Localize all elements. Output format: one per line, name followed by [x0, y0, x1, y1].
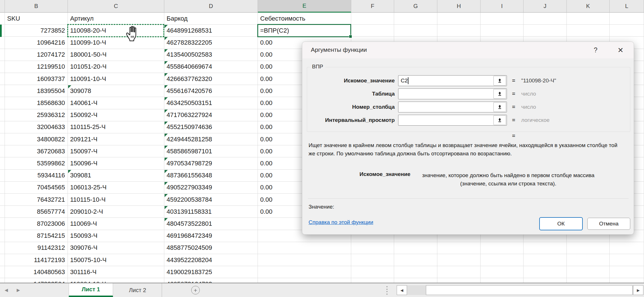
- cell[interactable]: [567, 25, 610, 37]
- cell[interactable]: 209121-Ч: [68, 133, 164, 145]
- table-input[interactable]: [398, 88, 507, 99]
- cell[interactable]: 150093-Ч: [68, 230, 164, 242]
- close-icon[interactable]: ✕: [614, 45, 627, 56]
- cell[interactable]: [524, 254, 567, 266]
- add-sheet-button[interactable]: +: [191, 286, 200, 294]
- cell[interactable]: 301116-Ч: [68, 266, 164, 278]
- cell[interactable]: 114172193: [5, 254, 68, 266]
- cell[interactable]: [610, 25, 644, 37]
- cell[interactable]: 150097-Ч: [68, 145, 164, 157]
- header-cell[interactable]: [0, 13, 5, 25]
- cell[interactable]: [610, 278, 644, 283]
- cell[interactable]: 110091-10-Ч: [68, 73, 164, 85]
- cell[interactable]: 59344116: [5, 170, 68, 182]
- cell[interactable]: 4031391158331: [164, 206, 258, 218]
- cell[interactable]: [394, 278, 437, 283]
- cell[interactable]: 150096-Ч: [68, 157, 164, 169]
- cell[interactable]: 101051-20-Ч: [68, 61, 164, 73]
- hscroll-right-arrow-icon[interactable]: ▶: [633, 285, 643, 295]
- cell[interactable]: [394, 266, 437, 278]
- cell[interactable]: 147832564: [5, 278, 68, 283]
- collapse-dialog-button[interactable]: [493, 115, 506, 125]
- cell[interactable]: 87023006: [5, 218, 68, 230]
- cell[interactable]: 110099-10-Ч: [68, 37, 164, 49]
- cell[interactable]: 25936312: [5, 109, 68, 121]
- sheet-tab-2[interactable]: Лист 2: [113, 283, 162, 297]
- cell[interactable]: [0, 230, 5, 242]
- cell[interactable]: [610, 254, 644, 266]
- cancel-button[interactable]: Отмена: [587, 218, 630, 230]
- cell[interactable]: 34800822: [5, 133, 68, 145]
- cell[interactable]: 4648991268531: [164, 25, 258, 37]
- cell[interactable]: 32004633: [5, 121, 68, 133]
- cell[interactable]: 140480563: [5, 266, 68, 278]
- column-header-C[interactable]: C: [68, 0, 164, 13]
- cell[interactable]: [524, 25, 567, 37]
- cell[interactable]: [0, 145, 5, 157]
- cell[interactable]: [394, 242, 437, 254]
- cell[interactable]: [437, 278, 481, 283]
- cell[interactable]: 309076-Ч: [68, 242, 164, 254]
- cell[interactable]: [0, 73, 5, 85]
- cell[interactable]: 209010-2-Ч: [68, 206, 164, 218]
- cell[interactable]: 4558640669674: [164, 61, 258, 73]
- cell[interactable]: [0, 85, 5, 97]
- collapse-dialog-button[interactable]: [493, 76, 506, 86]
- header-cell[interactable]: [610, 13, 644, 25]
- cell[interactable]: [394, 254, 437, 266]
- cell[interactable]: 4556167420576: [164, 85, 258, 97]
- column-header-D[interactable]: D: [164, 0, 258, 13]
- cell[interactable]: [0, 37, 5, 49]
- sheet-nav-left-icon[interactable]: ◀: [1, 283, 12, 297]
- header-cell[interactable]: Баркод: [164, 13, 258, 25]
- cell[interactable]: 4858775024509: [164, 242, 258, 254]
- cell[interactable]: 110004-10-Ч: [68, 278, 164, 283]
- cell[interactable]: [567, 278, 610, 283]
- column-header-L[interactable]: L: [610, 0, 644, 13]
- cell[interactable]: 110115-10-Ч: [68, 194, 164, 206]
- column-header-J[interactable]: J: [524, 0, 567, 13]
- column-header-K[interactable]: K: [567, 0, 610, 13]
- cell[interactable]: 16093737: [5, 73, 68, 85]
- cell[interactable]: 150075-10-Ч: [68, 254, 164, 266]
- fill-handle[interactable]: [349, 35, 352, 38]
- cell[interactable]: 4439522208204: [164, 254, 258, 266]
- cell[interactable]: [351, 242, 394, 254]
- cell[interactable]: [0, 157, 5, 169]
- cell[interactable]: 110115-25-Ч: [68, 121, 164, 133]
- ok-button[interactable]: ОК: [539, 217, 583, 230]
- header-cell[interactable]: [437, 13, 481, 25]
- cell[interactable]: 7273852: [5, 25, 68, 37]
- cell[interactable]: [351, 278, 394, 283]
- collapse-dialog-button[interactable]: [493, 102, 506, 112]
- cell[interactable]: 110069-Ч: [68, 218, 164, 230]
- cell[interactable]: 4605073164703: [164, 278, 258, 283]
- column-header-I[interactable]: I: [481, 0, 524, 13]
- sheet-nav-right-icon[interactable]: ▶: [13, 283, 24, 297]
- header-cell[interactable]: Артикул: [68, 13, 164, 25]
- cell[interactable]: 4249445281258: [164, 133, 258, 145]
- cell[interactable]: [437, 25, 481, 37]
- cell[interactable]: [437, 242, 481, 254]
- cell[interactable]: [0, 182, 5, 194]
- cell[interactable]: 4552150974636: [164, 121, 258, 133]
- cell[interactable]: 4873661556348: [164, 170, 258, 182]
- cell[interactable]: 18395504: [5, 85, 68, 97]
- cell[interactable]: [481, 25, 524, 37]
- cell[interactable]: 106013-25-Ч: [68, 182, 164, 194]
- cell[interactable]: [351, 254, 394, 266]
- help-icon[interactable]: ?: [590, 45, 601, 55]
- cell[interactable]: 4804573522801: [164, 218, 258, 230]
- column-header-partial[interactable]: [0, 0, 5, 13]
- cell[interactable]: 85657774: [5, 206, 68, 218]
- header-cell[interactable]: [351, 13, 394, 25]
- cell[interactable]: 150092-Ч: [68, 109, 164, 121]
- range-lookup-input[interactable]: [398, 115, 507, 126]
- sheet-tab-1[interactable]: Лист 1: [69, 283, 113, 297]
- cell[interactable]: [481, 278, 524, 283]
- cell[interactable]: [258, 254, 351, 266]
- cell[interactable]: [0, 206, 5, 218]
- cell[interactable]: 18568630: [5, 97, 68, 109]
- header-cell[interactable]: [394, 13, 437, 25]
- header-cell[interactable]: [481, 13, 524, 25]
